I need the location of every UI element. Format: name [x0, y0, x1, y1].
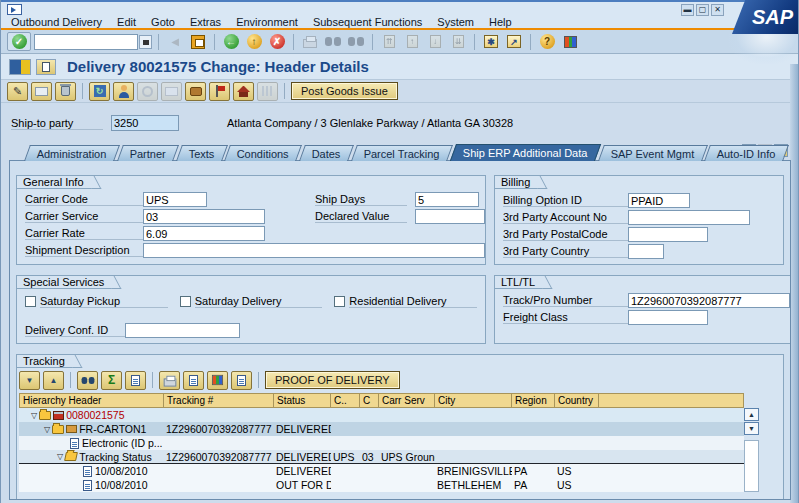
expander-icon[interactable]: ▽ [57, 452, 63, 461]
help-button[interactable]: ? [537, 32, 557, 51]
delivery-conf-id-field[interactable] [125, 323, 240, 338]
display-change-button[interactable]: ✎ [7, 82, 28, 101]
other-delivery-button[interactable] [31, 82, 52, 101]
new-session-button[interactable]: ✱ [481, 32, 501, 51]
create-shortcut-button[interactable]: ↗ [504, 32, 524, 51]
enter-button[interactable]: ✓ [7, 32, 31, 51]
column-header-c[interactable]: C [360, 393, 379, 408]
system-menu-icon[interactable] [7, 4, 22, 15]
expander-icon[interactable]: ▽ [31, 411, 37, 420]
local-file-button[interactable] [183, 371, 204, 390]
menu-item-outbound-delivery[interactable]: Outbound Delivery [11, 16, 102, 28]
menu-item-subsequent-functions[interactable]: Subsequent Functions [313, 16, 422, 28]
table-row[interactable]: 10/08/2010OUT FOR D...BETHLEHEMPAUS [19, 478, 744, 492]
menu-item-extras[interactable]: Extras [190, 16, 221, 28]
tab-partner[interactable]: Partner [117, 145, 179, 161]
find-button[interactable] [323, 32, 343, 51]
column-header-country[interactable]: Country [555, 393, 599, 408]
column-header-tracking[interactable]: Tracking # [164, 393, 274, 408]
split-delivery-button[interactable] [209, 82, 230, 101]
transfer-order-button[interactable]: ↻ [89, 82, 110, 101]
sort-descending-button[interactable]: ▼ [19, 371, 40, 390]
print-button[interactable] [300, 32, 320, 51]
column-header-region[interactable]: Region [512, 393, 555, 408]
scroll-down-button[interactable]: ▼ [744, 422, 759, 435]
table-row[interactable]: ▽FR-CARTON11Z2960070392087777DELIVERED [19, 422, 744, 436]
save-button[interactable] [188, 32, 208, 51]
tab-ship-erp-additional-data[interactable]: Ship ERP Additional Data [450, 144, 601, 161]
track-pro-number-field[interactable] [628, 293, 790, 308]
delete-button[interactable] [55, 82, 76, 101]
column-header-city[interactable]: City [435, 393, 512, 408]
carrier-code-field[interactable] [143, 192, 207, 207]
tab-texts[interactable]: Texts [176, 145, 228, 161]
freight-class-field[interactable] [628, 310, 708, 325]
checkbox-saturday-pickup[interactable]: Saturday Pickup [25, 295, 168, 308]
scrollbar-track[interactable] [744, 440, 759, 492]
word-export-button[interactable] [231, 371, 252, 390]
warehouse-button[interactable] [233, 82, 254, 101]
third-party-account-field[interactable] [628, 210, 750, 225]
declared-value-field[interactable] [415, 209, 485, 224]
checkbox-saturday-delivery[interactable]: Saturday Delivery [180, 295, 323, 308]
table-row[interactable]: 10/08/2010DELIVEREDBREINIGSVILLEPAUS [19, 464, 744, 478]
output-button[interactable] [161, 82, 182, 101]
last-page-button[interactable]: ⇊ [448, 32, 468, 51]
ship-days-field[interactable] [415, 192, 479, 207]
tab-parcel-tracking[interactable]: Parcel Tracking [351, 145, 453, 161]
shipment-description-field[interactable] [143, 243, 485, 258]
matrix-button[interactable] [257, 82, 278, 101]
tab-auto-id-info[interactable]: Auto-ID Info [704, 145, 789, 161]
maximize-button[interactable]: ▢ [696, 4, 709, 16]
third-party-postalcode-field[interactable] [628, 227, 708, 242]
column-header-status[interactable]: Status [274, 393, 331, 408]
command-input[interactable] [34, 34, 138, 50]
carrier-service-field[interactable] [143, 209, 265, 224]
next-page-button[interactable]: ↓ [425, 32, 445, 51]
partner-button[interactable] [113, 82, 134, 101]
first-page-button[interactable]: ⇈ [379, 32, 399, 51]
customize-layout-button[interactable] [560, 32, 580, 51]
sort-ascending-button[interactable]: ▲ [43, 371, 64, 390]
cancel-button[interactable]: ✗ [267, 32, 287, 51]
checkbox-residential-delivery[interactable]: Residential Delivery [334, 295, 477, 308]
tab-administration[interactable]: Administration [24, 145, 120, 161]
tracking-print-button[interactable] [159, 371, 180, 390]
command-history-dropdown-icon[interactable] [139, 35, 152, 49]
spreadsheet-export-button[interactable] [207, 371, 228, 390]
find-next-button[interactable] [346, 32, 366, 51]
document-header-icon[interactable] [36, 59, 56, 75]
menu-item-environment[interactable]: Environment [236, 16, 298, 28]
menu-item-goto[interactable]: Goto [151, 16, 175, 28]
third-party-country-field[interactable] [628, 244, 664, 259]
menu-item-help[interactable]: Help [489, 16, 512, 28]
column-header-filler[interactable] [599, 393, 744, 408]
scroll-up-button[interactable]: ▲ [744, 408, 759, 421]
exit-button[interactable]: ↑ [244, 32, 264, 51]
tab-dates[interactable]: Dates [300, 145, 355, 161]
expander-icon[interactable]: ▽ [44, 425, 50, 434]
carrier-rate-field[interactable] [143, 226, 265, 241]
column-header-carr-serv[interactable]: Carr Serv [379, 393, 435, 408]
table-row[interactable]: Electronic (ID p... [19, 436, 744, 450]
previous-page-button[interactable]: ↑ [402, 32, 422, 51]
tab-conditions[interactable]: Conditions [225, 145, 303, 161]
post-goods-issue-button[interactable]: Post Goods Issue [291, 82, 398, 100]
minimize-button[interactable]: ▬ [681, 4, 694, 16]
table-row[interactable]: ▽Tracking Status1Z2960070392087777DELIVE… [19, 450, 744, 464]
column-header-c[interactable]: C.. [331, 393, 360, 408]
column-header-hierarchy-header[interactable]: Hierarchy Header [19, 393, 164, 408]
billing-option-id-field[interactable] [628, 193, 690, 208]
sum-button[interactable]: Σ [101, 371, 122, 390]
back-button[interactable]: ← [221, 32, 241, 51]
ship-to-party-field[interactable] [111, 115, 179, 131]
subtotal-button[interactable] [125, 371, 146, 390]
menu-item-edit[interactable]: Edit [117, 16, 136, 28]
close-button[interactable]: ✕ [711, 4, 724, 16]
table-row[interactable]: ▽0080021575 [19, 408, 744, 422]
packing-button[interactable] [185, 82, 206, 101]
proof-of-delivery-button[interactable]: PROOF OF DELIVERY [265, 371, 400, 389]
tracking-find-button[interactable] [77, 371, 98, 390]
confirm-button[interactable] [137, 82, 158, 101]
tab-sap-event-mgmt[interactable]: SAP Event Mgmt [598, 145, 707, 161]
